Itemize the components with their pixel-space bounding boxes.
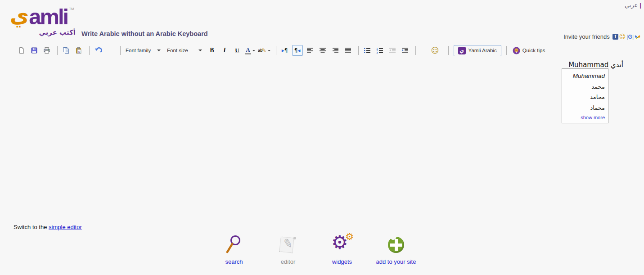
footer-nav-search[interactable]: search (207, 233, 261, 265)
toolbar-separator (358, 46, 359, 55)
simple-editor-link[interactable]: simple editor (49, 224, 82, 230)
font-family-select[interactable]: Font family (124, 45, 162, 55)
align-center-button[interactable] (317, 45, 328, 56)
yamli-editor-page: عربي| ي amli TM أكتب عربي Write Arabic w… (0, 0, 644, 275)
yamli-button-label: Yamli Arabic (468, 48, 497, 53)
footer-nav-editor: ✎ editor (261, 233, 315, 265)
editor-word-arabic: أندي (611, 61, 623, 69)
smiley-icon: ☺ (431, 47, 439, 54)
switch-editor-prefix: Switch to the (14, 224, 47, 230)
chevron-down-icon (157, 50, 161, 51)
highlight-color-button[interactable]: ab ✎ (257, 45, 271, 56)
justify-icon (344, 47, 351, 54)
editor-content-line[interactable]: Muhammad أندي (568, 61, 623, 69)
undo-icon (95, 47, 102, 54)
footer-nav-editor-label: editor (281, 258, 296, 265)
toolbar-separator (448, 46, 449, 55)
copy-icon (63, 47, 70, 54)
chevron-down-icon (252, 50, 255, 51)
footer-nav-add-to-site[interactable]: add to your site (369, 233, 423, 265)
toolbar-separator (57, 46, 58, 55)
align-left-button[interactable] (305, 45, 315, 56)
logo-subtitle-arabic: أكتب عربي (10, 28, 77, 36)
suggestion-item[interactable]: Muhammad (562, 71, 608, 82)
font-size-label: Font size (167, 48, 188, 53)
justify-button[interactable] (342, 45, 353, 56)
ltr-icon: ▶¶ (282, 47, 288, 54)
svg-text:3: 3 (376, 51, 378, 54)
toolbar-separator (89, 46, 90, 55)
footer-nav-widgets-label: widgets (332, 258, 352, 265)
print-button[interactable] (41, 45, 52, 56)
numbered-list-button[interactable]: 1 2 3 (374, 45, 385, 56)
msn-icon[interactable] (635, 34, 640, 40)
trademark-label: TM (69, 7, 74, 11)
align-right-button[interactable] (330, 45, 341, 56)
show-more-link[interactable]: show more (562, 114, 608, 122)
switch-editor-line: Switch to the simple editor (14, 224, 82, 230)
rtl-icon: ¶◀ (294, 47, 301, 54)
footer-nav-widgets[interactable]: ⚙ ⚙ widgets (315, 233, 369, 265)
paste-icon: B (75, 47, 82, 54)
social-icons: f ☺ |G| (612, 34, 640, 40)
footer-nav: search ✎ editor ⚙ ⚙ widgets (207, 233, 423, 265)
invite-friends: Invite your friends f ☺ |G| (563, 33, 640, 40)
print-icon (43, 47, 50, 54)
toolbar-separator (415, 46, 416, 55)
indent-icon (401, 47, 409, 54)
numbered-list-icon: 1 2 3 (376, 47, 383, 54)
align-right-icon (332, 47, 339, 54)
undo-button[interactable] (93, 45, 104, 56)
save-icon (31, 47, 38, 54)
underline-button[interactable]: U (232, 45, 243, 56)
logo-wordmark: amli (29, 6, 68, 27)
emoticon-button[interactable]: ☺ (430, 45, 441, 56)
rtl-direction-button[interactable]: ¶◀ (292, 45, 303, 56)
transliteration-suggestions-dropdown: Muhammad محمد محامد محماد show more (562, 68, 608, 123)
editor-icon: ✎ (279, 236, 297, 254)
pen-icon: ✎ (262, 47, 266, 54)
editor-word-latin: Muhammad (568, 61, 608, 69)
align-left-icon (306, 47, 314, 54)
new-document-button[interactable] (16, 45, 27, 56)
font-family-label: Font family (126, 48, 151, 53)
chevron-down-icon (268, 50, 270, 51)
quick-tips-button[interactable]: Quick tips (513, 47, 545, 54)
ltr-direction-button[interactable]: ▶¶ (279, 45, 290, 56)
bullet-list-icon (364, 47, 371, 54)
align-center-icon (319, 47, 326, 54)
facebook-icon[interactable]: f (612, 34, 618, 40)
lightbulb-icon (513, 47, 520, 54)
save-button[interactable] (29, 45, 40, 56)
suggestion-item[interactable]: محامد (562, 92, 608, 103)
yahoo-icon[interactable]: ☺ (619, 34, 626, 40)
suggestion-item[interactable]: محمد (562, 82, 608, 93)
yamli-arabic-toggle-button[interactable]: ي Yamli Arabic (454, 45, 501, 56)
suggestion-item[interactable]: محماد (562, 103, 608, 114)
language-link-arabic[interactable]: عربي (625, 2, 638, 9)
font-color-button[interactable]: A (244, 45, 256, 56)
bullet-list-button[interactable] (362, 45, 373, 56)
google-icon[interactable]: |G| (626, 34, 634, 40)
outdent-icon (389, 47, 396, 54)
bold-button[interactable]: B (207, 45, 217, 56)
yamli-icon: ي (458, 47, 466, 54)
widgets-gears-icon: ⚙ ⚙ (331, 234, 353, 256)
font-color-icon: A (245, 47, 251, 54)
paste-button[interactable]: B (73, 45, 84, 56)
rich-text-editor-surface[interactable]: Muhammad أندي Muhammad محمد محامد محماد … (0, 59, 644, 221)
yamli-logo[interactable]: ي amli TM أكتب عربي (10, 6, 77, 36)
language-switcher[interactable]: عربي| (625, 2, 641, 9)
outdent-button (387, 45, 398, 56)
add-to-site-icon (388, 237, 404, 253)
italic-button[interactable]: I (219, 45, 230, 56)
new-document-icon (18, 47, 25, 54)
logo-ya-glyph: ي (10, 6, 29, 25)
chevron-down-icon (198, 50, 202, 51)
language-separator: | (639, 2, 641, 9)
copy-button[interactable] (61, 45, 72, 56)
indent-button[interactable] (400, 45, 410, 56)
editor-toolbar: B Font family Font size B I U A (16, 43, 545, 58)
toolbar-separator (506, 46, 507, 55)
font-size-select[interactable]: Font size (165, 45, 204, 55)
